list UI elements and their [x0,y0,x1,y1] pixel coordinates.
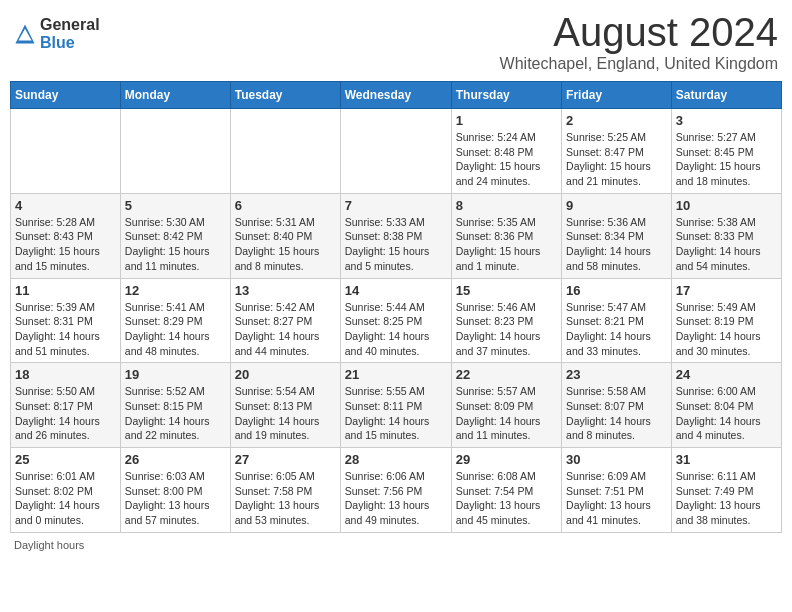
day-info: Sunrise: 6:00 AM Sunset: 8:04 PM Dayligh… [676,384,777,443]
day-info: Sunrise: 5:55 AM Sunset: 8:11 PM Dayligh… [345,384,447,443]
day-cell: 13Sunrise: 5:42 AM Sunset: 8:27 PM Dayli… [230,278,340,363]
header: General Blue August 2024 Whitechapel, En… [10,10,782,73]
day-number: 20 [235,367,336,382]
logo-general-text: General [40,16,100,34]
day-number: 10 [676,198,777,213]
day-cell: 22Sunrise: 5:57 AM Sunset: 8:09 PM Dayli… [451,363,561,448]
day-number: 31 [676,452,777,467]
day-cell: 18Sunrise: 5:50 AM Sunset: 8:17 PM Dayli… [11,363,121,448]
day-cell: 9Sunrise: 5:36 AM Sunset: 8:34 PM Daylig… [562,193,672,278]
weekday-header-friday: Friday [562,82,672,109]
day-info: Sunrise: 6:03 AM Sunset: 8:00 PM Dayligh… [125,469,226,528]
day-cell: 25Sunrise: 6:01 AM Sunset: 8:02 PM Dayli… [11,448,121,533]
day-cell: 31Sunrise: 6:11 AM Sunset: 7:49 PM Dayli… [671,448,781,533]
weekday-header-thursday: Thursday [451,82,561,109]
day-info: Sunrise: 5:25 AM Sunset: 8:47 PM Dayligh… [566,130,667,189]
day-cell [11,109,121,194]
day-cell: 6Sunrise: 5:31 AM Sunset: 8:40 PM Daylig… [230,193,340,278]
month-title: August 2024 [500,10,778,55]
day-number: 16 [566,283,667,298]
day-info: Sunrise: 6:11 AM Sunset: 7:49 PM Dayligh… [676,469,777,528]
day-number: 8 [456,198,557,213]
day-info: Sunrise: 5:46 AM Sunset: 8:23 PM Dayligh… [456,300,557,359]
week-row-4: 18Sunrise: 5:50 AM Sunset: 8:17 PM Dayli… [11,363,782,448]
day-info: Sunrise: 6:05 AM Sunset: 7:58 PM Dayligh… [235,469,336,528]
weekday-header-row: SundayMondayTuesdayWednesdayThursdayFrid… [11,82,782,109]
day-info: Sunrise: 6:08 AM Sunset: 7:54 PM Dayligh… [456,469,557,528]
day-info: Sunrise: 5:31 AM Sunset: 8:40 PM Dayligh… [235,215,336,274]
day-info: Sunrise: 5:44 AM Sunset: 8:25 PM Dayligh… [345,300,447,359]
day-number: 2 [566,113,667,128]
day-info: Sunrise: 5:58 AM Sunset: 8:07 PM Dayligh… [566,384,667,443]
day-cell: 26Sunrise: 6:03 AM Sunset: 8:00 PM Dayli… [120,448,230,533]
day-number: 26 [125,452,226,467]
day-info: Sunrise: 5:52 AM Sunset: 8:15 PM Dayligh… [125,384,226,443]
day-info: Sunrise: 5:24 AM Sunset: 8:48 PM Dayligh… [456,130,557,189]
day-info: Sunrise: 5:57 AM Sunset: 8:09 PM Dayligh… [456,384,557,443]
day-number: 27 [235,452,336,467]
day-info: Sunrise: 5:33 AM Sunset: 8:38 PM Dayligh… [345,215,447,274]
day-info: Sunrise: 5:39 AM Sunset: 8:31 PM Dayligh… [15,300,116,359]
day-info: Sunrise: 5:41 AM Sunset: 8:29 PM Dayligh… [125,300,226,359]
day-cell: 14Sunrise: 5:44 AM Sunset: 8:25 PM Dayli… [340,278,451,363]
day-number: 3 [676,113,777,128]
title-area: August 2024 Whitechapel, England, United… [500,10,778,73]
day-number: 4 [15,198,116,213]
logo-blue-text: Blue [40,34,100,52]
day-cell: 8Sunrise: 5:35 AM Sunset: 8:36 PM Daylig… [451,193,561,278]
day-cell: 15Sunrise: 5:46 AM Sunset: 8:23 PM Dayli… [451,278,561,363]
day-cell: 1Sunrise: 5:24 AM Sunset: 8:48 PM Daylig… [451,109,561,194]
day-number: 15 [456,283,557,298]
day-number: 21 [345,367,447,382]
day-info: Sunrise: 5:35 AM Sunset: 8:36 PM Dayligh… [456,215,557,274]
day-cell [230,109,340,194]
day-number: 19 [125,367,226,382]
calendar: SundayMondayTuesdayWednesdayThursdayFrid… [10,81,782,533]
day-info: Sunrise: 5:47 AM Sunset: 8:21 PM Dayligh… [566,300,667,359]
day-info: Sunrise: 5:42 AM Sunset: 8:27 PM Dayligh… [235,300,336,359]
week-row-3: 11Sunrise: 5:39 AM Sunset: 8:31 PM Dayli… [11,278,782,363]
logo-icon [14,23,36,45]
day-info: Sunrise: 5:27 AM Sunset: 8:45 PM Dayligh… [676,130,777,189]
weekday-header-sunday: Sunday [11,82,121,109]
day-cell: 3Sunrise: 5:27 AM Sunset: 8:45 PM Daylig… [671,109,781,194]
day-cell: 11Sunrise: 5:39 AM Sunset: 8:31 PM Dayli… [11,278,121,363]
day-info: Sunrise: 5:28 AM Sunset: 8:43 PM Dayligh… [15,215,116,274]
day-cell: 4Sunrise: 5:28 AM Sunset: 8:43 PM Daylig… [11,193,121,278]
day-number: 17 [676,283,777,298]
logo: General Blue [14,16,100,51]
day-info: Sunrise: 5:54 AM Sunset: 8:13 PM Dayligh… [235,384,336,443]
day-info: Sunrise: 5:50 AM Sunset: 8:17 PM Dayligh… [15,384,116,443]
weekday-header-saturday: Saturday [671,82,781,109]
day-info: Sunrise: 6:09 AM Sunset: 7:51 PM Dayligh… [566,469,667,528]
day-cell: 10Sunrise: 5:38 AM Sunset: 8:33 PM Dayli… [671,193,781,278]
day-cell: 19Sunrise: 5:52 AM Sunset: 8:15 PM Dayli… [120,363,230,448]
day-number: 5 [125,198,226,213]
weekday-header-monday: Monday [120,82,230,109]
day-info: Sunrise: 6:06 AM Sunset: 7:56 PM Dayligh… [345,469,447,528]
day-cell [120,109,230,194]
day-number: 28 [345,452,447,467]
footer-note: Daylight hours [10,539,782,551]
day-cell: 23Sunrise: 5:58 AM Sunset: 8:07 PM Dayli… [562,363,672,448]
day-cell: 20Sunrise: 5:54 AM Sunset: 8:13 PM Dayli… [230,363,340,448]
day-number: 7 [345,198,447,213]
day-info: Sunrise: 6:01 AM Sunset: 8:02 PM Dayligh… [15,469,116,528]
day-info: Sunrise: 5:38 AM Sunset: 8:33 PM Dayligh… [676,215,777,274]
day-number: 29 [456,452,557,467]
day-number: 25 [15,452,116,467]
day-cell: 7Sunrise: 5:33 AM Sunset: 8:38 PM Daylig… [340,193,451,278]
day-info: Sunrise: 5:36 AM Sunset: 8:34 PM Dayligh… [566,215,667,274]
day-cell: 27Sunrise: 6:05 AM Sunset: 7:58 PM Dayli… [230,448,340,533]
day-number: 9 [566,198,667,213]
day-cell: 17Sunrise: 5:49 AM Sunset: 8:19 PM Dayli… [671,278,781,363]
day-cell: 5Sunrise: 5:30 AM Sunset: 8:42 PM Daylig… [120,193,230,278]
day-cell: 24Sunrise: 6:00 AM Sunset: 8:04 PM Dayli… [671,363,781,448]
day-number: 1 [456,113,557,128]
day-number: 24 [676,367,777,382]
logo-text: General Blue [40,16,100,51]
week-row-1: 1Sunrise: 5:24 AM Sunset: 8:48 PM Daylig… [11,109,782,194]
day-number: 12 [125,283,226,298]
day-number: 18 [15,367,116,382]
day-cell: 12Sunrise: 5:41 AM Sunset: 8:29 PM Dayli… [120,278,230,363]
